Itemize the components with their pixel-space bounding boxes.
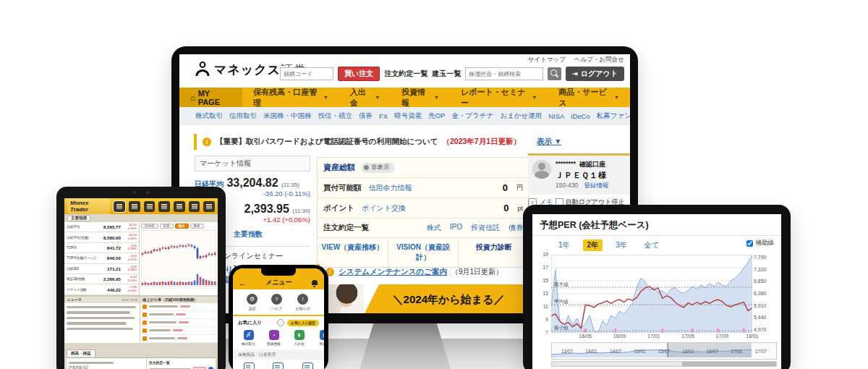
index-row[interactable]: マザーズ指数 446.22 -2.86-0.64% (64, 284, 139, 294)
nav-item[interactable]: レポート・セミナー ▼ (450, 88, 548, 107)
quick-button[interactable]: ! お知らせ (295, 294, 310, 310)
indices-tab[interactable]: 主要指標 (67, 215, 90, 221)
order-category-link[interactable]: 投資信託 (471, 223, 500, 233)
subnav-link[interactable]: 暗号資産 (394, 111, 422, 121)
subnav-link[interactable]: 信用取引 (229, 111, 257, 121)
balance-tab[interactable]: 残高・損益 (67, 349, 95, 357)
toggle-dot-icon (364, 165, 369, 170)
watchlist-icon[interactable] (158, 201, 170, 212)
scrollbar-thumb[interactable] (682, 362, 776, 366)
account-panel: ********確認口座 ＪＰＥＱ１様 150-430 登録情報 ≡ メモ 自動… (528, 153, 630, 207)
search-icon[interactable] (203, 201, 215, 212)
index-row[interactable]: 日経平均 8,585.77 -34.55-0.40% (64, 222, 139, 232)
quick-button[interactable]: ⚙ 設定 (247, 294, 258, 310)
logout-button[interactable]: ⇥ログアウト (566, 67, 624, 81)
positions-link[interactable]: 建玉一覧 (432, 69, 461, 79)
favorite-item[interactable]: ◔ 投資情報 (263, 330, 285, 346)
news-item[interactable] (67, 322, 127, 325)
promo-banner[interactable]: ＼2024年から始まる／ (319, 284, 533, 313)
subnav-link[interactable]: おまかせ運用 (500, 111, 542, 121)
hide-toggle[interactable]: 非表示 (361, 163, 395, 173)
chart-icon[interactable] (129, 201, 140, 212)
favorite-item[interactable]: 〆 株式取引 (237, 330, 260, 346)
menu-grid-item[interactable]: 残高一覧 (293, 362, 323, 369)
news-item[interactable] (67, 306, 136, 309)
nav-item[interactable]: 商品・サービス ▼ (548, 88, 630, 107)
subnav-link[interactable]: 米国株・中国株 (263, 111, 312, 121)
major-indices-link[interactable]: 主要指数 (234, 229, 263, 239)
search-button[interactable] (548, 67, 561, 80)
back-button[interactable]: ← (239, 279, 247, 287)
subnav-link[interactable]: NISA (548, 112, 564, 120)
stock-code-input[interactable] (280, 67, 333, 80)
subnav-link[interactable]: iDeCo (571, 112, 590, 120)
notice-text: 【重要】取引パスワードおよび電話認証番号の利用開始について (216, 137, 438, 147)
chart-period-tab[interactable]: 週足 (175, 224, 189, 229)
scrollbar[interactable] (551, 361, 777, 367)
favorites-edit-button[interactable]: お気に入り設定 (287, 320, 319, 326)
chart-period-tab[interactable]: 日中足 (141, 224, 158, 229)
chart-period-tab[interactable]: 月足 (190, 224, 204, 229)
aux-line-checkbox[interactable]: 補助線 (746, 239, 775, 247)
ranking-row[interactable] (140, 303, 218, 311)
ranking-row[interactable] (140, 319, 218, 327)
help-contact-link[interactable]: ヘルプ・お問合せ (574, 56, 624, 64)
nav-item[interactable]: 投資情報 ▼ (391, 88, 450, 107)
ranking-row[interactable] (140, 311, 218, 319)
registration-link[interactable]: 登録情報 (584, 182, 608, 190)
news-item[interactable] (67, 317, 135, 320)
period-tab[interactable]: 全て (640, 239, 663, 251)
asset-tool-link[interactable]: VIEW（資産推移） (318, 238, 388, 267)
subnav-link[interactable]: 私募ファンド (597, 111, 630, 121)
trader-toolbar: Monex Trader (64, 198, 218, 214)
subnav-link[interactable]: 投信・積立 (318, 111, 353, 121)
subnav-link[interactable]: FX (379, 112, 388, 120)
ranking-row[interactable] (140, 327, 218, 335)
order-list-link[interactable]: 注文約定一覧 (384, 69, 427, 79)
quote-search-input[interactable] (465, 67, 543, 80)
period-tab[interactable]: 3年 (611, 239, 631, 251)
order-category-link[interactable]: 株式 (427, 223, 441, 233)
index-row[interactable]: 日経300 171.21 -0.65-0.38% (64, 264, 139, 274)
notice-show-link[interactable]: 表示 ▼ (537, 137, 561, 147)
period-tab[interactable]: 1年 (554, 239, 574, 251)
home-icon[interactable] (114, 201, 125, 212)
asset-row-link[interactable]: ポイント交換 (362, 203, 406, 213)
index-row[interactable]: 日経平均(先物) 8,580.00 -40.00-0.46% (64, 232, 139, 242)
subnav-link[interactable]: 株式取引 (195, 111, 223, 121)
bell-icon[interactable] (311, 280, 318, 287)
news-icon[interactable] (144, 201, 156, 212)
subnav-link[interactable]: 先OP (428, 111, 445, 121)
favorite-item[interactable]: ¥ 入出金 (288, 330, 310, 346)
news-item[interactable] (67, 311, 130, 314)
favorite-item[interactable]: $ 米国株 (313, 330, 324, 346)
nav-item[interactable]: 入出金 ▼ (339, 88, 391, 107)
sitemap-link[interactable]: サイトマップ (528, 56, 566, 64)
asset-tool-link[interactable]: 投資力診断 (459, 238, 529, 267)
menu-grid-item[interactable]: 保有残高・口座管理 (234, 362, 264, 369)
home-icon: ⌂ (190, 93, 195, 102)
asset-tool-link[interactable]: VISION（資産設計） (388, 238, 459, 267)
balance-icon[interactable] (189, 201, 200, 212)
order-category-link[interactable]: 債券 (509, 223, 523, 233)
ranking-row[interactable] (140, 335, 218, 343)
branch-code: 150-430 (556, 182, 578, 190)
period-tab[interactable]: 2年 (583, 239, 603, 251)
index-row[interactable]: 東証2部指数 2,286.95 -5.44-0.24% (64, 274, 139, 284)
checkbox-icon[interactable] (746, 240, 753, 247)
order-icon[interactable] (174, 201, 185, 212)
quick-button[interactable]: ? ヘルプ (271, 294, 282, 310)
chart-period-tab[interactable]: 日足 (160, 224, 174, 229)
maintenance-link[interactable]: システムメンテナンスのご案内 (339, 267, 447, 277)
index-row[interactable]: TOPIX先物(ラージ) 840.50 -3.50-0.41% (64, 253, 139, 263)
nav-item[interactable]: 保有残高・口座管理 ▼ (242, 88, 339, 107)
asset-row-link[interactable]: 信用余力情報 (369, 183, 412, 193)
subnav-link[interactable]: 金・プラチナ (451, 111, 493, 121)
buy-order-button[interactable]: 買い注文 (338, 67, 380, 81)
menu-grid-item[interactable]: 取引履歴 (264, 362, 294, 369)
news-item[interactable] (67, 328, 133, 331)
order-category-link[interactable]: IPO (450, 223, 462, 233)
subnav-link[interactable]: 債券 (359, 111, 373, 121)
nav-item[interactable]: ⌂ MY PAGE (179, 88, 242, 107)
index-row[interactable]: TOPIX 841.72 -3.26-0.39% (64, 243, 139, 253)
